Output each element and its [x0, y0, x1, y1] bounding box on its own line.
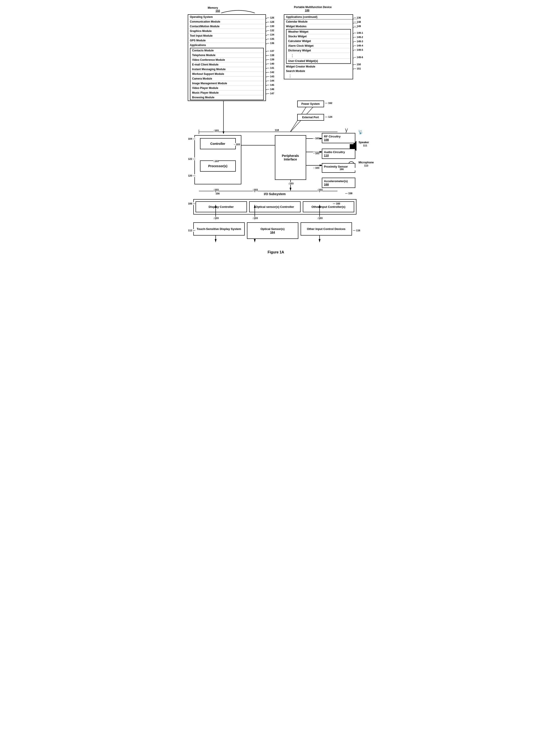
- svg-marker-73: [223, 131, 224, 134]
- bus-103-periph-bottom: ↕103: [288, 182, 294, 185]
- svg-marker-67: [254, 239, 256, 242]
- bus-103-optsensor: ↕103: [253, 217, 258, 220]
- io-subsystem-container: I/O Subsystem — 158 Display Controller O…: [193, 192, 356, 215]
- memory-row-graphics: Graphics Module: [188, 29, 266, 34]
- ref-112: 112 —: [188, 229, 195, 232]
- sub-videoconf: Video Conference Module: [190, 58, 263, 62]
- optical-controller-box: Optical sensor(s) Controller: [249, 201, 300, 212]
- svg-marker-70: [319, 239, 321, 242]
- sub-camera: Camera Module: [190, 76, 263, 81]
- ref-136-mem: — 136: [267, 42, 274, 45]
- memory-row-comm: Communication Module: [188, 19, 266, 24]
- accelerometer-box: Accelerometer(s) 168: [322, 178, 355, 188]
- ref-149: — 149: [354, 25, 361, 27]
- ref-149-3: — 149-3: [354, 40, 363, 43]
- ref-139: — 139: [267, 58, 274, 61]
- apps-calendar: Calendar Module: [284, 19, 353, 24]
- widget-calculator: Calculator Widget: [286, 39, 350, 44]
- bus-103-optical: ↕103: [253, 188, 258, 191]
- apps-widgets-label: Widget Modules: [284, 24, 353, 28]
- ref-118: 118: [275, 129, 279, 131]
- other-devices-box: Other Input Control Devices: [300, 222, 352, 236]
- ref-140: — 140: [267, 62, 274, 65]
- accel-ref: 168: [324, 183, 353, 186]
- ref-149-2: — 149-2: [354, 36, 363, 39]
- ref-158: — 158: [345, 192, 378, 195]
- apps-widgetcreator: Widget Creator Module: [284, 64, 353, 69]
- bus-103-top: ↑103: [213, 129, 219, 132]
- ref-144: — 144: [267, 79, 274, 82]
- ref-148: — 148: [354, 20, 361, 23]
- ref-162: — 162: [325, 102, 332, 104]
- ref-136-apps: — 136: [354, 16, 361, 19]
- io-inner: Display Controller Optical sensor(s) Con…: [196, 201, 354, 212]
- device-ref: 100: [305, 9, 310, 12]
- figure-caption: Figure 1A: [248, 250, 304, 254]
- other-controller-box: Other Input Controller(s): [303, 201, 354, 212]
- ref-151: — 151: [354, 67, 361, 70]
- widget-weather: Weather Widget: [286, 30, 350, 34]
- ref-145: — 145: [267, 83, 274, 86]
- sub-contacts: Contacts Module: [190, 48, 263, 53]
- ref-134: — 134: [267, 33, 274, 36]
- bus-103-prox: ↔103: [313, 167, 319, 169]
- apps-box: Applications (continued) Calendar Module…: [284, 14, 353, 79]
- ref-143: — 143: [267, 75, 274, 78]
- svg-line-79: [346, 128, 347, 132]
- diagram-container: Memory 102 Portable Multifunction Device…: [181, 4, 373, 261]
- ref-149-5: — 149-5: [354, 49, 363, 51]
- ref-156: 156: [216, 192, 220, 195]
- widget-dictionary: Dictionary Widget: [286, 48, 350, 53]
- ref-104: 104 —: [188, 137, 195, 140]
- sub-telephone: Telephone Module: [190, 53, 263, 58]
- apps-bottom-dots: ⋮: [284, 73, 353, 79]
- widget-alarm: Alarm Clock Widget: [286, 44, 350, 48]
- ref-106: 106 —: [188, 202, 195, 205]
- external-port-box: External Port: [297, 114, 324, 121]
- memory-row-textinput: Text Input Module: [188, 34, 266, 38]
- memory-row-contact: Contact/Motion Module: [188, 24, 266, 29]
- audio-circuitry-box: Audio Circuitry 110: [322, 149, 355, 159]
- memory-ref: 102: [216, 9, 220, 12]
- ref-126: — 126: [267, 16, 274, 19]
- bus-103-rf: ↔103: [313, 137, 319, 140]
- audio-label: Audio Circuitry: [324, 151, 353, 154]
- widget-dots: ⋮: [286, 53, 350, 59]
- peripherals-box: Peripherals Interface: [275, 135, 306, 180]
- ref-150: — 150: [354, 63, 361, 66]
- io-box: Display Controller Optical sensor(s) Con…: [193, 199, 356, 215]
- sub-videoplayer: Video Player Module: [190, 86, 263, 91]
- ref-149-6: — 149-6: [354, 56, 363, 59]
- ref-146: — 146: [267, 88, 274, 91]
- antenna-icon: 📡: [358, 130, 363, 134]
- ref-138: — 138: [267, 54, 274, 57]
- ref-141: — 141: [267, 67, 274, 69]
- memory-row-gps: GPS Module: [188, 38, 266, 43]
- ref-122: 122 —: [188, 158, 195, 160]
- bus-103-display: ↕103: [213, 188, 219, 191]
- ref-166: 166: [340, 168, 369, 171]
- optical-sensor-box: Optical Sensor(s) 164: [247, 222, 298, 239]
- memory-row-os: Operating System: [188, 15, 266, 19]
- widget-stocks: Stocks Widget: [286, 34, 350, 39]
- touch-display-box: Touch-Sensitive Display System: [193, 222, 245, 236]
- memory-box: Operating System Communication Module Co…: [188, 14, 266, 101]
- apps-title-row: Applications (continued): [284, 15, 353, 19]
- controller-box: Controller: [200, 138, 236, 149]
- ref-149-4: — 149-4: [354, 44, 363, 47]
- speaker-label: Speaker: [359, 141, 369, 144]
- sub-browsing: Browsing Module: [190, 95, 263, 100]
- ref-111: 111: [363, 144, 367, 147]
- svg-line-78: [345, 128, 346, 132]
- proximity-sensor-box: Proximity Sensor 166: [322, 163, 355, 173]
- rf-circuitry-box: RF Circuitry 108: [322, 133, 355, 143]
- bus-103-other: ↕103: [317, 188, 323, 191]
- bus-103-touch: ↕103: [213, 217, 219, 220]
- ref-116: — 116: [353, 229, 360, 232]
- ref-147: — 147: [267, 92, 274, 95]
- microphone-label: Microphone: [359, 161, 374, 164]
- ref-135: — 135: [267, 38, 274, 40]
- ref-149-1: — 149-1: [354, 32, 363, 34]
- bus-103-audio: ↔103: [313, 152, 319, 155]
- widget-sub-box: Weather Widget Stocks Widget Calculator …: [286, 29, 351, 64]
